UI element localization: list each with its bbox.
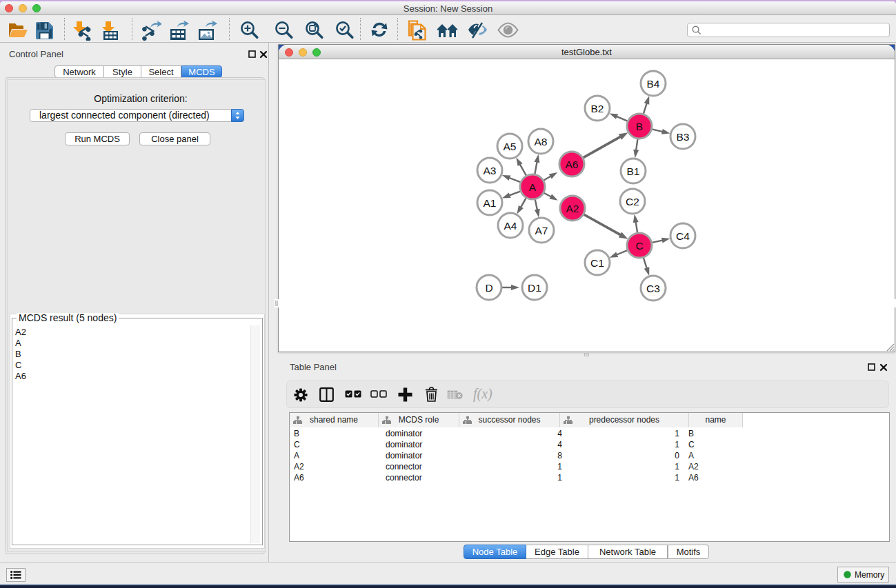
- svg-text:C: C: [635, 240, 643, 252]
- svg-text:D1: D1: [528, 282, 541, 294]
- svg-text:C4: C4: [676, 230, 690, 242]
- svg-text:C1: C1: [590, 257, 604, 269]
- svg-text:C2: C2: [626, 196, 639, 207]
- svg-text:A3: A3: [484, 165, 497, 176]
- svg-text:A8: A8: [535, 136, 548, 148]
- svg-text:D: D: [485, 282, 492, 294]
- svg-text:B2: B2: [591, 103, 604, 114]
- svg-text:A1: A1: [484, 197, 497, 209]
- svg-text:B: B: [636, 121, 643, 132]
- svg-text:A7: A7: [535, 225, 548, 236]
- svg-text:A4: A4: [504, 220, 517, 232]
- svg-text:C3: C3: [646, 283, 660, 294]
- svg-text:B1: B1: [627, 165, 640, 177]
- svg-text:B3: B3: [677, 131, 690, 143]
- svg-text:A2: A2: [566, 203, 579, 214]
- svg-text:B4: B4: [647, 78, 660, 90]
- svg-text:A6: A6: [566, 159, 579, 170]
- svg-text:A5: A5: [504, 141, 517, 152]
- svg-text:A: A: [529, 181, 537, 193]
